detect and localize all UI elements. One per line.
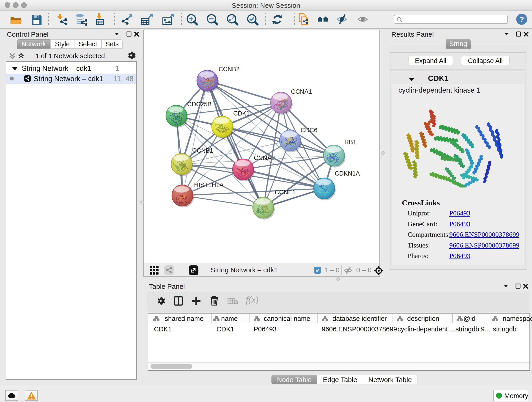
svg-text:CCNE1: CCNE1 <box>275 189 296 196</box>
svg-text:CCNA2: CCNA2 <box>254 154 275 161</box>
svg-text:HIST1H1A: HIST1H1A <box>194 182 224 188</box>
svg-text:RB1: RB1 <box>344 139 356 146</box>
svg-text:CDK1: CDK1 <box>233 110 250 117</box>
svg-text:CDKN1A: CDKN1A <box>335 170 360 177</box>
svg-text:CCNB1: CCNB1 <box>192 147 213 154</box>
svg-text:CCNA1: CCNA1 <box>291 88 312 95</box>
svg-text:CDC25B: CDC25B <box>187 101 212 108</box>
svg-text:CCNB2: CCNB2 <box>219 66 240 73</box>
svg-text:CDC6: CDC6 <box>301 127 317 134</box>
